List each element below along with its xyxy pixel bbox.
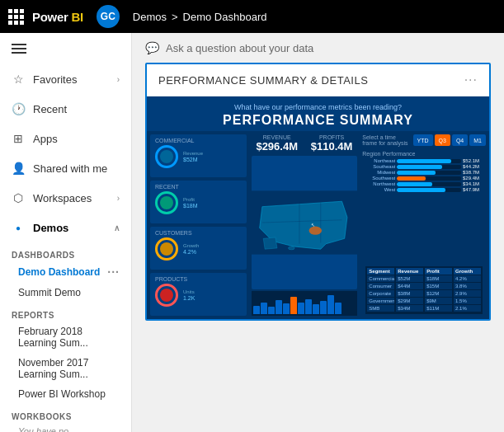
- summary-bar-row: Midwest $38.7M: [362, 170, 486, 175]
- products-circle: [155, 284, 178, 307]
- sidebar-item-favorites[interactable]: ☆ Favorites ›: [0, 64, 131, 94]
- commercial-circle: [155, 145, 178, 168]
- table-row: Commercial $52M $18M 4.2%: [367, 275, 481, 282]
- right-panel: Select a time frame for analysis YTD Q3 …: [359, 131, 489, 319]
- card-options-icon[interactable]: ···: [464, 73, 478, 87]
- star-icon: ☆: [12, 73, 25, 86]
- m1-button[interactable]: M1: [469, 134, 486, 146]
- revenue-value: $296.4M: [252, 140, 303, 153]
- topbar-logo: Power BI: [8, 9, 83, 25]
- profit-value: $110.4M: [306, 140, 357, 153]
- center-panel: REVENUE $296.4M PROFITS $110.4M: [250, 131, 360, 319]
- summary-bars: Northeast $52.1M Southeast $44.2M: [362, 158, 486, 192]
- bar-9: [313, 304, 319, 314]
- waffle-icon[interactable]: [8, 9, 24, 25]
- hamburger-button[interactable]: [0, 33, 131, 64]
- perf-header-question: What have our performance metrics been r…: [147, 103, 489, 111]
- customers-circle: [155, 237, 178, 261]
- select-label: Select a time frame for analysis: [362, 134, 411, 146]
- sidebar: ☆ Favorites › 🕐 Recent ⊞ Apps 👤 Shared w…: [0, 33, 132, 432]
- bar-5: [283, 303, 290, 314]
- workbooks-section-label: WORKBOOKS: [0, 407, 131, 423]
- card-title: PERFORMANCE SUMMARY & DETAILS: [158, 74, 368, 87]
- clock-icon: 🕐: [12, 102, 25, 115]
- sidebar-item-label: Shared with me: [33, 162, 107, 175]
- summary-bar-row: Southeast $44.2M: [362, 164, 486, 169]
- sidebar-sub-nov2017[interactable]: November 2017 Learning Sum...: [0, 353, 131, 384]
- bar-4: [276, 300, 282, 314]
- sidebar-item-shared[interactable]: 👤 Shared with me: [0, 153, 131, 183]
- bar-6-highlight: [290, 297, 297, 314]
- table-row: Corporate $38M $12M 2.9%: [367, 290, 481, 297]
- breadcrumb-workspace[interactable]: Demos: [133, 11, 167, 23]
- chevron-down-icon: ∧: [114, 223, 120, 232]
- ask-text: Ask a question about your data: [166, 42, 313, 54]
- sidebar-item-label: Apps: [33, 133, 58, 145]
- recent-metric: RECENT Profit $18M: [150, 181, 247, 223]
- sidebar-sub-demo-dashboard[interactable]: Demo Dashboard ···: [0, 261, 131, 283]
- table-header-row: Segment Revenue Profit Growth: [367, 268, 481, 275]
- perf-body: COMMERCIAL Revenue $52M: [147, 131, 489, 319]
- products-metric: PRODUCTS Units 1.2K: [150, 273, 247, 316]
- q4-button[interactable]: Q4: [452, 134, 468, 146]
- topbar: Power BI GC Demos > Demo Dashboard: [0, 0, 504, 33]
- bar-12: [335, 303, 341, 314]
- apps-icon: ⊞: [12, 132, 25, 145]
- qa-icon: 💬: [145, 41, 159, 54]
- sidebar-item-apps[interactable]: ⊞ Apps: [0, 124, 131, 153]
- time-select-row: Select a time frame for analysis YTD Q3 …: [362, 134, 486, 146]
- perf-left-panel: COMMERCIAL Revenue $52M: [147, 131, 250, 319]
- more-options-icon[interactable]: ···: [107, 265, 120, 279]
- summary-label: Region Performance: [362, 151, 486, 157]
- us-map-svg: ↖: [252, 156, 358, 289]
- sidebar-item-workspaces[interactable]: ⬡ Workspaces ›: [0, 183, 131, 213]
- perf-title: PERFORMANCE SUMMARY: [147, 113, 489, 128]
- table-row: Consumer $44M $15M 3.8%: [367, 283, 481, 289]
- svg-point-5: [288, 247, 294, 250]
- summary-bars-area: Region Performance Northeast $52.1M: [362, 151, 486, 263]
- q3-button[interactable]: Q3: [435, 134, 450, 146]
- sidebar-sub-feb2018[interactable]: February 2018 Learning Sum...: [0, 322, 131, 353]
- ytd-button[interactable]: YTD: [413, 134, 433, 146]
- sidebar-sub-summit-demo[interactable]: Summit Demo: [0, 283, 131, 303]
- dashboards-section-label: DASHBOARDS: [0, 246, 131, 261]
- card-header: PERFORMANCE SUMMARY & DETAILS ···: [147, 64, 489, 96]
- ask-bar[interactable]: 💬 Ask a question about your data: [132, 33, 504, 63]
- bar-10: [320, 301, 327, 314]
- map-area: ↖: [252, 156, 358, 289]
- bar-chart: [252, 291, 358, 316]
- breadcrumb: Demos > Demo Dashboard: [133, 11, 267, 23]
- profit-box: PROFITS $110.4M: [306, 134, 357, 153]
- summary-bar-row: Southwest $29.4M: [362, 176, 486, 181]
- sidebar-item-label: Demos: [33, 222, 68, 234]
- recent-circle: [155, 191, 178, 214]
- customers-metric: CUSTOMERS Growth 4.2%: [150, 227, 247, 270]
- sidebar-item-label: Recent: [33, 103, 67, 115]
- dashboard-card: PERFORMANCE SUMMARY & DETAILS ··· What h…: [145, 63, 491, 321]
- summary-bar-row: West $47.9M: [362, 187, 486, 192]
- sidebar-item-label: Favorites: [33, 73, 77, 86]
- revenue-label: REVENUE: [252, 134, 303, 140]
- reports-section-label: REPORTS: [0, 306, 131, 322]
- chevron-right-icon: ›: [117, 75, 120, 84]
- sidebar-item-label: Workspaces: [33, 192, 92, 204]
- data-table: Segment Revenue Profit Growth Commercial…: [365, 266, 483, 314]
- bar-7: [298, 303, 304, 314]
- performance-visual: What have our performance metrics been r…: [147, 96, 489, 319]
- revenue-box: REVENUE $296.4M: [252, 134, 303, 153]
- sidebar-item-recent[interactable]: 🕐 Recent: [0, 94, 131, 124]
- revenue-profit-row: REVENUE $296.4M PROFITS $110.4M: [252, 134, 358, 153]
- workspaces-icon: ⬡: [12, 191, 25, 204]
- sidebar-sub-powerbi-workshop[interactable]: Power BI Workshop: [0, 384, 131, 404]
- svg-text:↖: ↖: [311, 222, 315, 228]
- bar-2: [261, 303, 267, 314]
- profit-label: PROFITS: [306, 134, 357, 140]
- summary-bar-row: Northwest $34.1M: [362, 181, 486, 186]
- avatar[interactable]: GC: [97, 5, 120, 28]
- powerbi-logo: Power BI: [32, 10, 83, 24]
- bar-8: [305, 299, 312, 314]
- chevron-right-icon: ›: [117, 194, 120, 203]
- sidebar-item-demos[interactable]: ● Demos ∧: [0, 213, 131, 242]
- bar-11: [327, 295, 334, 314]
- summary-bar-row: Northeast $52.1M: [362, 158, 486, 163]
